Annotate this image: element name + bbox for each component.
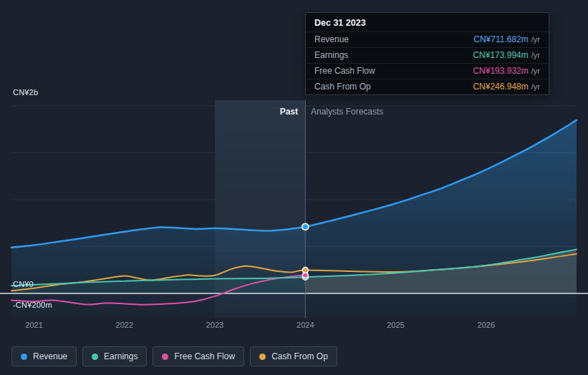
legend-item-cash-from-op[interactable]: Cash From Op: [250, 346, 337, 366]
tooltip-row-value-group: CN¥711.682m/yr: [473, 34, 540, 45]
tooltip-date-title: Dec 31 2023: [306, 13, 549, 31]
earnings-legend-dot: [92, 354, 98, 360]
revenue-marker-dot: [302, 223, 309, 230]
x-tick-label: 2026: [478, 321, 495, 329]
financials-chart-screen: 202120222023202420252026 CN¥2b CN¥0 -CN¥…: [0, 0, 588, 375]
x-tick-label: 2023: [206, 321, 223, 329]
tooltip-row-label: Cash From Op: [314, 82, 371, 92]
tooltip-row-suffix: /yr: [531, 67, 540, 75]
tooltip-rows: RevenueCN¥711.682m/yrEarningsCN¥173.994m…: [306, 31, 549, 94]
past-label: Past: [186, 107, 298, 117]
tooltip-row-free-cash-flow: Free Cash FlowCN¥193.932m/yr: [306, 63, 549, 79]
x-tick-label: 2024: [297, 321, 314, 329]
chart-tooltip: Dec 31 2023 RevenueCN¥711.682m/yrEarning…: [305, 12, 549, 95]
tooltip-row-suffix: /yr: [531, 51, 540, 59]
tooltip-row-suffix: /yr: [531, 82, 540, 91]
chart-legend: RevenueEarningsFree Cash FlowCash From O…: [11, 346, 337, 366]
legend-item-label: Revenue: [33, 351, 67, 361]
x-tick-label: 2022: [116, 321, 133, 329]
tooltip-row-earnings: EarningsCN¥173.994m/yr: [306, 47, 549, 63]
tooltip-row-cash-from-op: Cash From OpCN¥246.948m/yr: [306, 79, 549, 94]
legend-item-label: Cash From Op: [271, 351, 328, 361]
tooltip-row-value: CN¥193.932m: [473, 66, 528, 76]
tooltip-row-label: Revenue: [314, 34, 349, 45]
legend-item-free-cash-flow[interactable]: Free Cash Flow: [153, 346, 244, 366]
x-tick-label: 2025: [387, 321, 404, 329]
legend-item-label: Earnings: [104, 351, 138, 361]
tooltip-row-suffix: /yr: [531, 35, 540, 44]
tooltip-row-revenue: RevenueCN¥711.682m/yr: [306, 31, 549, 47]
tooltip-row-value-group: CN¥193.932m/yr: [473, 66, 540, 77]
tooltip-row-label: Earnings: [314, 50, 348, 61]
analysts-forecasts-label: Analysts Forecasts: [311, 107, 383, 117]
tooltip-row-value-group: CN¥173.994m/yr: [473, 50, 540, 61]
cash-from-op-legend-dot: [259, 354, 266, 360]
tooltip-row-value: CN¥246.948m: [473, 82, 528, 92]
x-tick-label: 2021: [25, 321, 42, 329]
revenue-legend-dot: [21, 354, 27, 360]
legend-item-label: Free Cash Flow: [174, 351, 235, 361]
tooltip-row-value-group: CN¥246.948m/yr: [473, 82, 540, 92]
tooltip-row-value: CN¥711.682m: [473, 34, 529, 44]
tooltip-row-value: CN¥173.994m: [473, 50, 528, 60]
free-cash-flow-legend-dot: [162, 354, 168, 360]
y-axis-label-zero: CN¥0: [13, 280, 34, 288]
tooltip-row-label: Free Cash Flow: [314, 66, 375, 77]
legend-item-earnings[interactable]: Earnings: [82, 346, 147, 366]
cash-from-op-marker-dot: [302, 268, 308, 273]
y-axis-label-neg-200m: -CN¥200m: [13, 301, 52, 309]
legend-item-revenue[interactable]: Revenue: [11, 346, 77, 366]
y-axis-label-2b: CN¥2b: [13, 88, 38, 97]
